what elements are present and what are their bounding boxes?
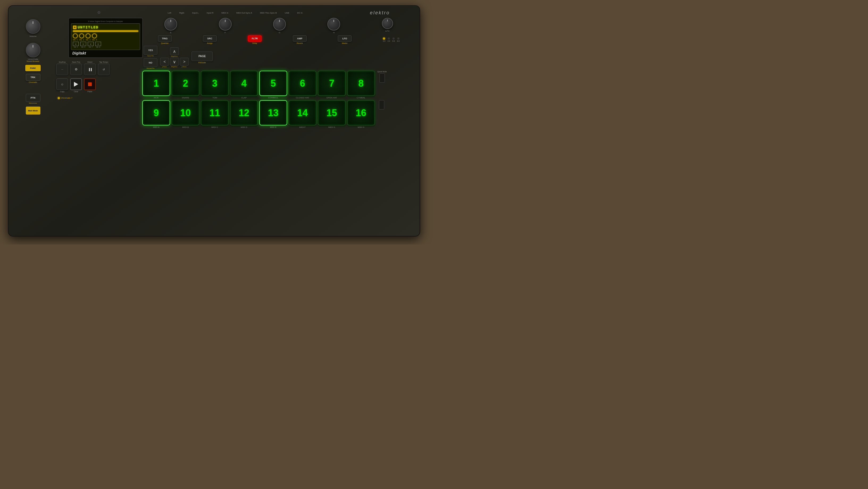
nav-up-button[interactable]: ∧ (170, 47, 179, 55)
knob-f[interactable] (219, 18, 231, 31)
pad-8-label: CYMBAL (356, 96, 365, 99)
pad-6[interactable]: 6 (288, 71, 316, 96)
copy-wrap: ○ Copy (56, 78, 68, 93)
stop-wrap: Paste (84, 78, 96, 93)
volume-label: Volume (30, 35, 37, 37)
pad-15[interactable]: 15 (318, 100, 346, 125)
pad-8[interactable]: 8 (347, 71, 375, 96)
pad-7-wrap: 7 OPEN HAT (318, 71, 346, 99)
pad-16[interactable]: 16 (347, 100, 375, 125)
src-button[interactable]: SRC (203, 35, 217, 42)
pad-13-label: MIDI E (270, 126, 276, 128)
pad-12[interactable]: 12 (230, 100, 258, 125)
nav-row: YES Save Ptn NO Reload Ptn ∧ (141, 46, 416, 69)
nav-right-button[interactable]: > (180, 58, 189, 66)
pad-2-number: 2 (183, 78, 188, 89)
pad-2[interactable]: 2 (172, 71, 199, 96)
pad-7[interactable]: 7 (318, 71, 346, 96)
save-proj-label: Save Proj (72, 61, 80, 63)
ratio-1-4-dot (383, 37, 385, 40)
reload-ptn-label: Reload Ptn (147, 67, 155, 69)
pad-3-wrap: 3 TOM (201, 71, 229, 99)
lfo-knob[interactable] (382, 18, 393, 29)
play-button[interactable] (70, 78, 82, 90)
level-data-knob[interactable] (26, 43, 40, 57)
pad-6-label: CLOSED HAT (296, 96, 309, 99)
lfo-button[interactable]: LFO (338, 35, 351, 42)
rtrg-oct-plus-label: Rtrg/Oct+ (171, 56, 178, 57)
pad-5-label: COWBELL (268, 96, 278, 99)
pad-11-label: MIDI C (211, 126, 218, 128)
pad-4-number: 4 (241, 78, 247, 89)
level-data-label: Level/Data (28, 58, 38, 60)
pad-5-wrap: 5 COWBELL (259, 71, 287, 99)
pads-row-1: 1 KICK 2 SNARE 3 TOM (142, 71, 415, 99)
knob-g[interactable] (273, 18, 286, 31)
knob-h-label: H (333, 31, 335, 34)
pad-5[interactable]: 5 (259, 71, 287, 96)
knob-h[interactable] (328, 18, 340, 31)
ratio-3-4-dot (393, 37, 395, 40)
digitakt-brand-label: Digitakt (71, 51, 140, 55)
copy-label: Copy (60, 91, 64, 93)
pad-14-number: 14 (297, 107, 308, 119)
pad-3[interactable]: 3 (201, 71, 229, 96)
ratio-2-4-dot (388, 37, 390, 40)
tap-tempo-button[interactable]: ↺ (98, 64, 110, 75)
pad-11[interactable]: 11 (201, 100, 229, 125)
volume-knob[interactable] (26, 19, 40, 34)
pad-4[interactable]: 4 (230, 71, 258, 96)
pad-12-label: MIDI D (241, 126, 247, 128)
ptn-button-group: PTN Metronome (26, 94, 40, 104)
imp-exp-button[interactable]: ··· (56, 64, 68, 75)
pad-1[interactable]: 1 (142, 71, 170, 96)
copy-button[interactable]: ○ (56, 78, 68, 90)
ptn-button[interactable]: PTN (26, 94, 40, 102)
nav-down-button[interactable]: ∨ (170, 58, 179, 66)
pad-9[interactable]: 9 (142, 100, 170, 125)
utime-plus-label: µTime+ (182, 66, 187, 67)
pad-13[interactable]: 13 (259, 100, 287, 125)
page-button[interactable]: PAGE (191, 52, 213, 61)
chromatic-indicator: Chromatic 7 (58, 97, 139, 99)
func-button[interactable]: FUNC (25, 65, 41, 71)
trig-button[interactable]: TRIG (158, 35, 172, 42)
transport-row-2: ○ Copy Clear Paste (56, 78, 139, 93)
pad-11-number: 11 (209, 107, 220, 119)
ratio-3-4-label: 3:4 (392, 40, 395, 42)
knob-e-label: E (170, 31, 172, 34)
stop-record-button[interactable] (84, 78, 96, 90)
display-knobs-row: VOL 1 VOL 2 VOL 3 VOL 4 (73, 33, 138, 41)
pad-2-wrap: 2 SNARE (172, 71, 199, 99)
reverb-label: Reverb (297, 42, 303, 44)
pad-10[interactable]: 10 (172, 100, 199, 125)
mute-mode-button[interactable]: Mute Mode (26, 106, 40, 115)
top-knobs-row: E F G H LFO (141, 17, 416, 34)
fltr-button[interactable]: FLTR (248, 35, 262, 42)
chromatic-label: Chromatic (29, 81, 37, 83)
pad-3-label: TOM (213, 96, 217, 99)
param-buttons-row: TRIG Quantize SRC Assign FLTR Delay AMP … (141, 35, 416, 44)
yes-button[interactable]: YES (144, 46, 157, 55)
knob-e[interactable] (164, 18, 177, 31)
no-button[interactable]: NO (144, 58, 157, 67)
amp-button[interactable]: AMP (293, 35, 307, 42)
fltr-btn-wrap: FLTR Delay (248, 35, 262, 44)
pad-1-number: 1 (153, 78, 159, 89)
quick-mute-indicator (379, 73, 385, 83)
pad-14-label: MIDI F (300, 126, 306, 128)
nav-left-button[interactable]: < (160, 58, 169, 66)
save-proj-button[interactable]: ⚙ (70, 64, 82, 75)
trig-btn-wrap: TRIG Quantize (158, 35, 172, 44)
direct-label: Direct (88, 61, 92, 63)
direct-button[interactable]: ▐▐ (84, 64, 96, 75)
metronome-label: Metronome (29, 102, 37, 104)
pad-7-label: OPEN HAT (326, 96, 337, 99)
trk-button[interactable]: TRK (26, 74, 40, 81)
pads-area: 1 KICK 2 SNARE 3 TOM (141, 71, 416, 128)
pad-14[interactable]: 14 (288, 100, 316, 125)
device-body: Volume Level/Data Sound Browser FUNC TRK… (12, 17, 416, 128)
direct-wrap: Direct ▐▐ (84, 61, 96, 75)
lfo-btn-wrap: LFO Master (338, 35, 351, 44)
pad-12-wrap: 12 MIDI D (230, 100, 258, 128)
